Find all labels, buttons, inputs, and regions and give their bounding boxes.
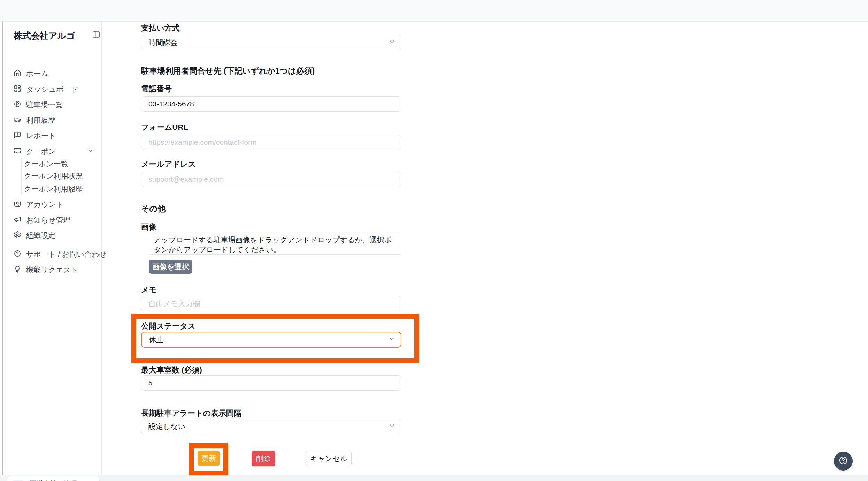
payment-method-label: 支払い方式 [141,23,180,33]
megaphone-icon [14,216,21,225]
sidebar-item-label: 利用履歴 [26,115,55,125]
update-button[interactable]: 更新 [198,451,220,466]
sidebar-item-label: お知らせ管理 [26,215,70,225]
chevron-down-icon [389,38,395,47]
max-spaces-input[interactable] [141,375,401,391]
other-section-heading: その他 [141,203,166,214]
coupon-ticket-icon [14,147,21,156]
report-bubble-icon [14,131,21,141]
sidebar-item-org-settings[interactable]: 組織設定 [3,228,102,243]
sidebar-item-home[interactable]: ホーム [3,66,102,81]
sidebar-item-coupon-list[interactable]: クーポン一覧 [3,158,102,170]
dashboard-icon [14,85,21,94]
chevron-down-icon [389,422,395,431]
user-name: 運営会社1 管理アカウ... [29,479,89,481]
sidebar-header: 株式会社アルゴ [3,27,102,43]
help-circle-icon [14,250,21,259]
payment-method-value: 時間課金 [148,38,178,47]
memo-input[interactable] [141,296,401,311]
panel-left-icon [92,30,100,40]
form-url-label: フォームURL [141,122,188,133]
sidebar: 株式会社アルゴ ホーム ダッシュボード 駐車場一覧 利用履歴 レポート [3,22,102,475]
status-value: 休止 [149,335,163,345]
sidebar-item-label: アカウント [26,200,63,209]
sidebar-item-usage-history[interactable]: 利用履歴 [3,113,102,128]
long-term-alert-value: 設定しない [148,422,185,431]
sidebar-item-label: ホーム [26,69,48,78]
sidebar-item-coupon-usage-history[interactable]: クーポン利用履歴 [3,183,102,195]
contact-section-heading: 駐車場利用者問合せ先 (下記いずれか1つは必須) [141,66,315,76]
memo-label: メモ [141,285,157,295]
phone-input[interactable] [141,96,401,112]
sidebar-item-label: サポート / お問い合わせ [26,249,107,259]
sidebar-item-coupon[interactable]: クーポン [3,144,102,159]
sidebar-subitem-label: クーポン利用状況 [24,171,83,181]
help-fab-button[interactable] [834,452,853,471]
sidebar-subitem-label: クーポン利用履歴 [24,184,83,194]
company-name: 株式会社アルゴ [14,30,75,42]
long-term-alert-label: 長期駐車アラートの表示間隔 [141,408,241,419]
sidebar-item-coupon-usage-status[interactable]: クーポン利用状況 [3,170,102,182]
cancel-button[interactable]: キャンセル [306,451,352,466]
sidebar-item-label: 組織設定 [26,231,55,240]
sidebar-item-account[interactable]: アカウント [3,197,102,212]
sidebar-item-dashboard[interactable]: ダッシュボード [3,82,102,97]
sidebar-item-parking-list[interactable]: 駐車場一覧 [3,97,102,112]
delete-button[interactable]: 削除 [252,451,275,466]
long-term-alert-select[interactable]: 設定しない [141,419,401,434]
sidebar-item-label: ダッシュボード [26,84,78,94]
sidebar-item-feature-request[interactable]: 機能リクエスト [3,262,102,278]
form-url-input[interactable] [141,135,401,150]
image-dropzone[interactable]: アップロードする駐車場画像をドラッグアンドドロップするか、選択ボタンからアップロ… [149,234,401,255]
email-input[interactable] [141,172,401,187]
car-icon [14,116,21,125]
sidebar-item-announcements[interactable]: お知らせ管理 [3,212,102,228]
sidebar-divider [6,245,102,245]
sidebar-item-report[interactable]: レポート [3,128,102,143]
user-account-card[interactable]: 運営 運営会社1 管理アカウ... company1-admin@example… [7,476,100,481]
sidebar-item-label: 機能リクエスト [26,265,78,275]
email-label: メールアドレス [141,159,196,170]
status-select[interactable]: 休止 [141,332,401,348]
sidebar-item-label: 駐車場一覧 [26,100,63,110]
max-spaces-label: 最大車室数 (必須) [141,365,202,375]
select-image-button[interactable]: 画像を選択 [149,260,192,274]
phone-label: 電話番号 [141,84,172,94]
app-screen: 株式会社アルゴ ホーム ダッシュボード 駐車場一覧 利用履歴 レポート [0,0,868,481]
sidebar-item-label: レポート [26,131,56,141]
gear-icon [14,231,21,240]
sidebar-item-label: クーポン [26,146,56,156]
account-icon [14,200,21,209]
chevron-down-icon [87,147,94,156]
sidebar-subitem-label: クーポン一覧 [24,159,68,169]
sidebar-item-support[interactable]: サポート / お問い合わせ [3,247,102,262]
question-circle-icon [838,455,848,467]
status-label: 公開ステータス [141,321,195,331]
payment-method-select[interactable]: 時間課金 [141,35,401,50]
chevron-down-icon [388,336,395,344]
top-strip [0,0,868,22]
bottom-strip [0,475,868,481]
sidebar-toggle-button[interactable] [90,29,102,41]
lightbulb-icon [14,265,21,275]
image-label: 画像 [141,222,156,232]
parking-icon [14,100,21,110]
home-icon [14,69,21,78]
